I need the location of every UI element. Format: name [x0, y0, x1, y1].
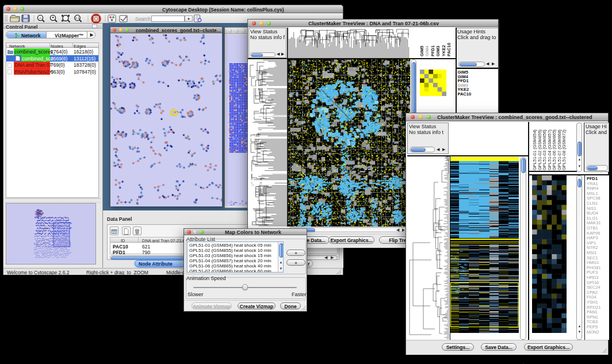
svg-text:+: +: [52, 16, 54, 20]
svg-text:–: –: [39, 16, 41, 20]
svg-text:1:1: 1:1: [75, 16, 80, 20]
